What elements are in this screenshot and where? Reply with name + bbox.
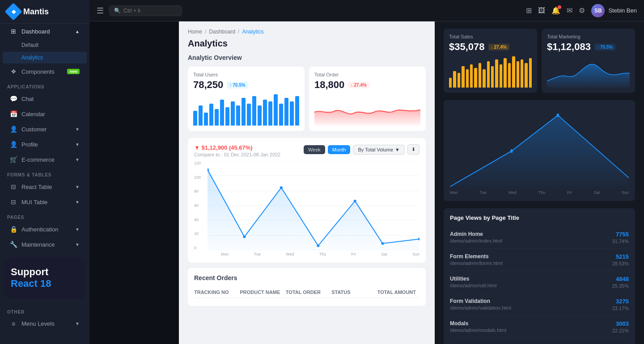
table-header: TRACKING NO PRODUCT NAME TOTAL ORDER STA… <box>194 287 419 298</box>
sidebar-item-dashboard[interactable]: ⊞ Dashboard ▲ <box>3 24 87 38</box>
table-icon: ⊟ <box>10 183 17 190</box>
bar <box>529 58 532 88</box>
sidebar-item-default[interactable]: Default <box>3 39 87 51</box>
sidebar-item-components[interactable]: ❖ Components new <box>3 64 87 79</box>
notification-bell-icon[interactable]: 🔔 <box>551 6 560 15</box>
bar <box>525 63 527 88</box>
image-icon[interactable]: 🖼 <box>538 7 545 15</box>
bar <box>449 78 452 88</box>
recent-orders-section: Recent Orders TRACKING NO PRODUCT NAME T… <box>188 268 426 306</box>
app-name: Mantis <box>23 7 49 17</box>
total-marketing-label: Total Marketing <box>547 34 630 39</box>
page-views-title: Page Views by Page Title <box>450 214 629 221</box>
section-applications: Applications <box>0 79 89 91</box>
analytics-label: Analytics <box>21 55 43 61</box>
chevron-down-icon3: ▼ <box>75 157 80 162</box>
bar <box>252 96 256 126</box>
mui-table-icon: ⊟ <box>10 198 17 206</box>
react-table-label: React Table <box>21 184 52 190</box>
bar <box>247 104 251 126</box>
sidebar-item-menu-levels[interactable]: ≡ Menu Levels ▼ <box>3 317 87 331</box>
bar <box>193 111 197 126</box>
total-order-card: Total Order 18,800 ↓ 27.4% <box>309 67 426 131</box>
month-button[interactable]: Month <box>328 145 351 154</box>
sidebar-item-calendar[interactable]: 📅 Calendar <box>3 107 87 121</box>
left-panel: Home / Dashboard / Analytics Analytics A… <box>179 21 435 344</box>
bar <box>209 104 213 126</box>
pv-count-4: 3275 <box>612 298 629 305</box>
svg-point-20 <box>510 149 513 153</box>
chevron-down-icon7: ▼ <box>75 242 80 247</box>
support-text-line1: Support <box>11 266 79 278</box>
bar <box>487 61 490 88</box>
total-order-badge: ↓ 27.4% <box>348 82 369 88</box>
total-users-label: Total Users <box>193 72 299 77</box>
sidebar-item-profile[interactable]: 👤 Profile ▼ <box>3 137 87 151</box>
menu-toggle-button[interactable]: ☰ <box>97 6 104 16</box>
pv-pct-4: 23.17% <box>612 306 629 311</box>
sidebar-item-authentication[interactable]: 🔒 Authentication ▼ <box>3 222 87 236</box>
sidebar-item-chat[interactable]: 💬 Chat <box>3 92 87 106</box>
message-icon[interactable]: ✉ <box>567 6 572 15</box>
sidebar-logo: ◆ Mantis <box>0 0 89 24</box>
grid-icon[interactable]: ⊞ <box>526 6 532 15</box>
dashboard-icon: ⊞ <box>10 28 17 35</box>
support-popup[interactable]: Support React 18 <box>4 257 86 299</box>
bar <box>215 109 219 126</box>
bar <box>470 64 473 88</box>
bar <box>521 59 523 88</box>
chevron-down-icon4: ▼ <box>75 185 80 189</box>
pv-count-5: 3003 <box>612 320 629 327</box>
analytic-overview-title: Analytic Overview <box>188 54 426 61</box>
sales-bar-chart <box>449 56 532 88</box>
user-info[interactable]: SB Stebin Ben <box>591 4 637 17</box>
page-view-item-1: Admin Home /demo/admin/index.html 7755 3… <box>450 227 629 249</box>
col-status: STATUS <box>331 289 373 295</box>
bar <box>474 68 477 88</box>
svg-point-10 <box>317 244 319 247</box>
settings-icon[interactable]: ⚙ <box>579 6 585 15</box>
auth-label: Authentication <box>21 226 58 233</box>
week-button[interactable]: Week <box>304 145 325 154</box>
search-box[interactable]: 🔍 <box>109 5 182 16</box>
sidebar-item-maintenance[interactable]: 🔧 Maintenance ▼ <box>3 237 87 252</box>
download-button[interactable]: ⬇ <box>407 144 419 155</box>
total-sales-badge: ↓ 27.4% <box>488 44 509 50</box>
pv-title-3: Utilities <box>450 276 612 282</box>
bar <box>279 104 283 126</box>
col-total-amount: TOTAL AMOUNT <box>377 289 419 295</box>
sidebar-item-customer[interactable]: 👤 Customer ▼ <box>3 122 87 136</box>
bar <box>504 58 506 88</box>
notification-dot <box>558 5 561 9</box>
pv-title-2: Form Elements <box>450 253 612 260</box>
bar <box>517 61 519 88</box>
bar <box>483 69 485 88</box>
volume-button[interactable]: By Total Volume ▼ <box>353 145 405 155</box>
total-order-value: 18,800 ↓ 27.4% <box>314 79 420 91</box>
page-title: Analytics <box>188 38 426 49</box>
ecommerce-icon: 🛒 <box>10 156 17 163</box>
sidebar-item-mui-table[interactable]: ⊟ MUI Table ▼ <box>3 195 87 209</box>
bar <box>453 71 456 88</box>
search-input[interactable] <box>123 8 177 14</box>
sidebar-item-react-table[interactable]: ⊟ React Table ▼ <box>3 180 87 194</box>
bar <box>466 69 469 88</box>
bar <box>462 66 464 88</box>
topbar-right: ⊞ 🖼 🔔 ✉ ⚙ SB Stebin Ben <box>526 4 637 17</box>
user-name: Stebin Ben <box>608 7 637 14</box>
calendar-label: Calendar <box>21 111 45 117</box>
bar <box>284 98 288 126</box>
col-total-order: TOTAL ORDER <box>286 289 328 295</box>
section-other: Other <box>0 304 89 316</box>
default-label: Default <box>21 42 38 48</box>
pv-pct-3: 25.35% <box>612 283 629 289</box>
sidebar-item-ecommerce[interactable]: 🛒 E-commerce ▼ <box>3 152 87 167</box>
bar <box>491 66 494 88</box>
pv-url-2: /demo/admin/forms.html <box>450 260 612 266</box>
breadcrumb-home[interactable]: Home <box>188 29 202 35</box>
breadcrumb-dashboard[interactable]: Dashboard <box>209 29 235 35</box>
income-compare: Compare to : 01 Dec 2021-08 Jan 2022 <box>194 152 280 157</box>
pv-url-3: /demo/admin/util.html <box>450 283 612 288</box>
sidebar-item-analytics[interactable]: Analytics <box>3 52 87 63</box>
chat-label: Chat <box>21 96 34 102</box>
